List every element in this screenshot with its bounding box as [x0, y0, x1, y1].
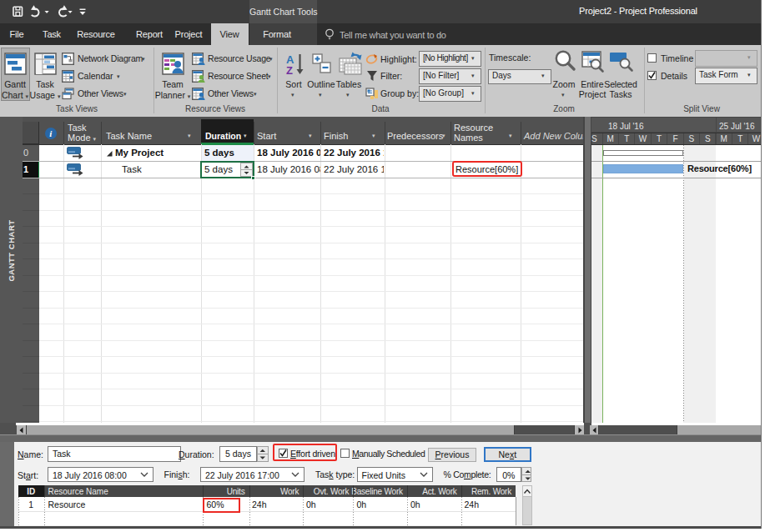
svg-text:Z: Z [286, 64, 293, 77]
